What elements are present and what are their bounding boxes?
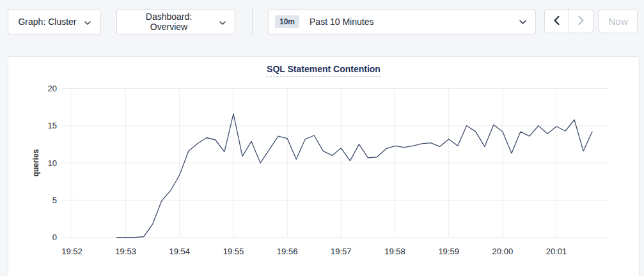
y-tick-label: 10 — [48, 158, 57, 168]
time-range-selector[interactable]: 10m Past 10 Minutes — [268, 9, 536, 34]
y-tick-label: 0 — [52, 233, 57, 242]
x-tick-label: 19:54 — [169, 247, 191, 256]
x-tick-label: 19:52 — [61, 247, 82, 256]
toolbar-divider — [252, 8, 253, 36]
now-button[interactable]: Now — [599, 9, 638, 33]
chart-canvas[interactable]: 0510152019:5219:5319:5419:5519:5619:5719… — [8, 57, 640, 276]
chevron-down-icon — [219, 17, 226, 27]
dashboard-dropdown-label: Dashboard: Overview — [126, 12, 212, 32]
chart-card: SQL Statement Contention queries 0510152… — [8, 56, 640, 276]
y-tick-label: 20 — [48, 84, 57, 93]
y-tick-label: 5 — [52, 195, 57, 205]
x-tick-label: 20:01 — [546, 247, 567, 256]
x-tick-label: 19:57 — [331, 247, 352, 256]
y-tick-label: 15 — [48, 121, 57, 130]
graph-dropdown[interactable]: Graph: Cluster — [8, 9, 101, 34]
chevron-left-icon — [554, 16, 560, 27]
next-time-button[interactable] — [569, 10, 593, 33]
chevron-down-icon — [84, 17, 91, 27]
chevron-right-icon — [578, 16, 584, 27]
toolbar: Graph: Cluster Dashboard: Overview 10m P… — [0, 0, 644, 49]
x-tick-label: 20:00 — [492, 247, 514, 256]
x-tick-label: 19:56 — [277, 247, 298, 256]
time-range-label: Past 10 Minutes — [310, 17, 373, 27]
dashboard-dropdown[interactable]: Dashboard: Overview — [116, 9, 235, 34]
x-tick-label: 19:55 — [223, 247, 244, 256]
time-nav-group — [544, 9, 593, 33]
chevron-down-icon — [519, 20, 526, 24]
x-tick-label: 19:53 — [115, 247, 136, 256]
x-tick-label: 19:58 — [384, 247, 405, 256]
chart-line — [117, 114, 593, 238]
x-tick-label: 19:59 — [438, 247, 459, 256]
time-range-badge: 10m — [275, 15, 299, 28]
graph-dropdown-label: Graph: Cluster — [18, 17, 76, 27]
prev-time-button[interactable] — [545, 10, 569, 33]
